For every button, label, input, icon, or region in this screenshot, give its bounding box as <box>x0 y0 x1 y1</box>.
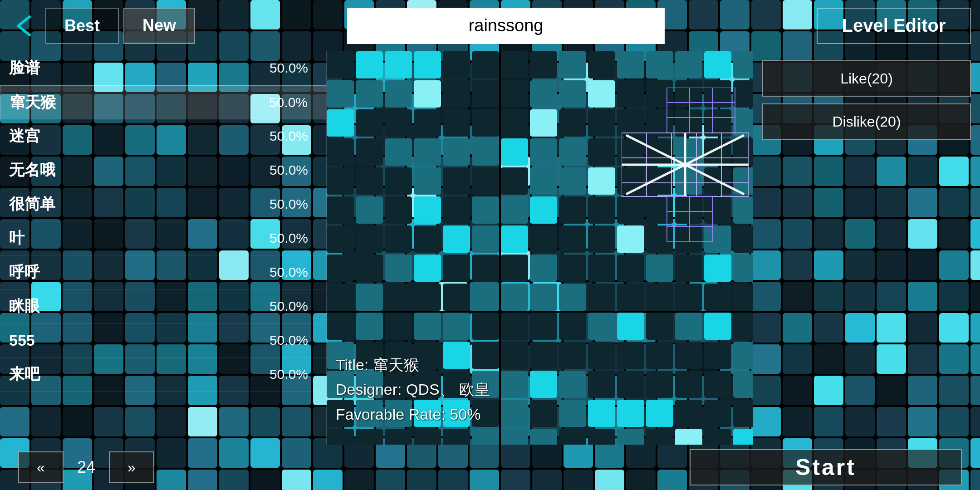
footer: « 24 » Start <box>0 445 980 490</box>
song-info-title: Title: 窜天猴 <box>336 353 490 377</box>
like-button[interactable]: Like(20) <box>762 60 971 97</box>
song-item[interactable]: 来吧 50.0% <box>0 358 326 392</box>
song-name: 眯眼 <box>9 296 270 317</box>
song-name: 555 <box>9 332 270 349</box>
dislike-button[interactable]: Dislike(20) <box>762 103 971 140</box>
song-item[interactable]: 脸谱 50.0% <box>0 51 326 85</box>
song-name: 无名哦 <box>9 160 270 181</box>
song-item[interactable]: 迷宫 50.0% <box>0 119 326 153</box>
song-item[interactable]: 叶 50.0% <box>0 221 326 255</box>
song-item[interactable]: 窜天猴 50.0% <box>0 85 326 119</box>
song-name: 来吧 <box>9 364 270 385</box>
tab-best[interactable]: Best <box>45 8 119 44</box>
page-number: 24 <box>73 458 100 477</box>
song-item[interactable]: 眯眼 50.0% <box>0 289 326 323</box>
song-name: 很简单 <box>9 194 270 215</box>
back-button[interactable] <box>9 10 41 42</box>
main-area: 脸谱 50.0% 窜天猴 50.0% 迷宫 50.0% 无名哦 50.0% 很简… <box>0 51 980 445</box>
song-name: 叶 <box>9 228 270 249</box>
song-rate: 50.0% <box>269 95 308 110</box>
level-editor-button[interactable]: Level Editor <box>817 8 971 44</box>
song-item[interactable]: 呼呼 50.0% <box>0 255 326 289</box>
song-name: 脸谱 <box>9 58 270 78</box>
preview-area: Title: 窜天猴 Designer: QDS、 欧皇 Favorable R… <box>327 51 753 445</box>
right-panel: Like(20) Dislike(20) <box>753 51 980 445</box>
song-rate: 50.0% <box>270 162 308 178</box>
prev-page-button[interactable]: « <box>18 451 64 483</box>
song-item[interactable]: 无名哦 50.0% <box>0 153 326 187</box>
header: Best New rainssong Level Editor <box>0 0 980 51</box>
tab-new[interactable]: New <box>123 8 195 44</box>
search-input[interactable]: rainssong <box>347 8 665 44</box>
song-item[interactable]: 555 50.0% <box>0 323 326 358</box>
song-rate: 50.0% <box>270 299 308 314</box>
level-shape-overlay <box>622 88 749 244</box>
song-rate: 50.0% <box>270 60 308 76</box>
start-button[interactable]: Start <box>690 449 962 485</box>
song-item[interactable]: 很简单 50.0% <box>0 187 326 221</box>
song-rate: 50.0% <box>270 265 308 280</box>
song-name: 呼呼 <box>9 262 270 283</box>
song-info-designer: Designer: QDS、 欧皇 <box>336 377 490 402</box>
song-rate: 50.0% <box>270 128 308 144</box>
song-info: Title: 窜天猴 Designer: QDS、 欧皇 Favorable R… <box>336 353 490 426</box>
song-rate: 50.0% <box>270 230 308 246</box>
pagination: « 24 » <box>18 451 154 483</box>
song-list: 脸谱 50.0% 窜天猴 50.0% 迷宫 50.0% 无名哦 50.0% 很简… <box>0 51 327 445</box>
song-rate: 50.0% <box>270 196 308 212</box>
song-name: 迷宫 <box>9 126 270 147</box>
song-rate: 50.0% <box>270 333 308 348</box>
song-rate: 50.0% <box>270 367 308 382</box>
song-info-rate: Favorable Rate: 50% <box>336 402 490 426</box>
song-name: 窜天猴 <box>10 92 269 113</box>
next-page-button[interactable]: » <box>109 451 154 483</box>
